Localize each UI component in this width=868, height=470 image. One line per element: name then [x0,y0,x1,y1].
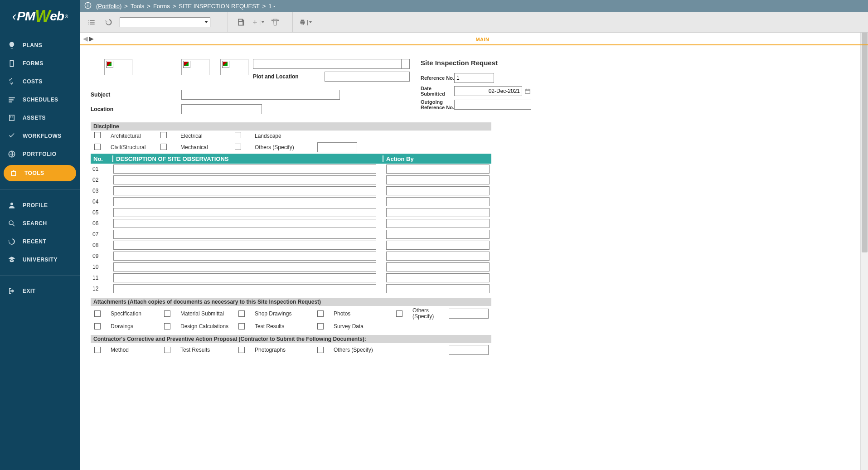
obs-row: 12 [91,283,491,294]
project-dropdown[interactable] [253,59,410,69]
svg-point-4 [87,3,88,4]
obs-desc-input[interactable] [113,273,376,282]
obs-action-input[interactable] [386,175,490,184]
chk-drawings[interactable] [94,323,101,329]
tab-prev[interactable]: ◀ [83,35,88,42]
nav-profile[interactable]: PROFILE [0,196,80,214]
chk-architectural[interactable] [94,132,101,138]
obs-row: 01 [91,164,491,174]
calendar-icon[interactable] [524,87,531,95]
nav-university[interactable]: UNIVERSITY [0,251,80,269]
record-selector[interactable] [120,17,210,27]
delete-button[interactable] [269,16,281,29]
breadcrumb-sep: > [147,3,150,10]
obs-action-input[interactable] [386,252,490,261]
obs-desc-input[interactable] [113,252,376,261]
obs-desc-input[interactable] [113,219,376,228]
obs-action-input[interactable] [386,241,490,250]
obs-action-input[interactable] [386,186,490,195]
att-others-input[interactable] [449,309,489,319]
breadcrumb-part[interactable]: Forms [153,3,170,10]
image-placeholder [181,59,209,75]
nav-workflows[interactable]: WORKFLOWS [0,127,80,145]
obs-action-input[interactable] [386,219,490,228]
breadcrumb-part[interactable]: SITE INSPECTION REQUEST [179,3,259,10]
tab-next[interactable]: ▶ [89,35,94,42]
page-scrollbar[interactable] [860,0,868,470]
nav-label: SCHEDULES [23,97,58,103]
obs-action-input[interactable] [386,197,490,206]
chk-photos[interactable] [317,310,324,317]
nav-exit-item[interactable]: EXIT [0,282,80,300]
chk-shop[interactable] [238,310,245,317]
obs-desc-input[interactable] [113,284,376,293]
nav-tools[interactable]: TOOLS [4,165,76,181]
list-button[interactable] [85,16,98,29]
chk-electrical[interactable] [160,132,167,138]
chk-corr-test[interactable] [164,347,170,353]
breadcrumb-part[interactable]: Tools [131,3,144,10]
nav-portfolio[interactable]: PORTFOLIO [0,145,80,163]
outref-input[interactable] [454,100,531,110]
tab-main[interactable]: MAIN [97,35,868,42]
corr-others-input[interactable] [449,345,489,355]
subject-input[interactable] [181,90,340,100]
obs-desc-input[interactable] [113,208,376,217]
obs-desc-input[interactable] [113,230,376,239]
print-button[interactable]: | [299,16,312,29]
obs-desc-input[interactable] [113,165,376,174]
nav-recent[interactable]: RECENT [0,233,80,251]
nav-label: RECENT [23,238,46,245]
obs-action-input[interactable] [386,262,490,271]
obs-row: 05 [91,207,491,218]
history-button[interactable] [102,16,115,29]
breadcrumb-root[interactable]: (Portfolio) [96,3,121,10]
chk-landscape[interactable] [235,132,241,138]
nav-costs[interactable]: COSTS [0,73,80,91]
save-button[interactable] [234,16,247,29]
obs-desc-input[interactable] [113,186,376,195]
chk-design[interactable] [164,323,170,329]
svg-point-2 [9,221,13,225]
nav-forms[interactable]: FORMS [0,54,80,73]
others-input[interactable] [317,142,357,152]
chk-spec[interactable] [94,310,101,317]
chk-att-others[interactable] [396,310,402,317]
nav-search[interactable]: SEARCH [0,214,80,233]
location-input[interactable] [181,104,262,114]
nav-plans[interactable]: PLANS [0,36,80,54]
nav-assets[interactable]: ASSETS [0,109,80,127]
nav-exit: EXIT [0,278,80,304]
obs-desc-input[interactable] [113,197,376,206]
ref-input[interactable] [454,73,494,83]
subject-label: Subject [91,92,181,98]
obs-desc-input[interactable] [113,262,376,271]
chk-test[interactable] [238,323,245,329]
discipline-header: Discipline [91,122,491,131]
chk-corr-others[interactable] [317,347,324,353]
nav-schedules[interactable]: SCHEDULES [0,91,80,109]
chk-material[interactable] [164,310,170,317]
obs-row: 09 [91,251,491,262]
obs-action-input[interactable] [386,208,490,217]
obs-action-input[interactable] [386,273,490,282]
chk-others[interactable] [235,144,241,150]
obs-action-input[interactable] [386,165,490,174]
chk-method[interactable] [94,347,101,353]
chk-corr-photos[interactable] [238,347,245,353]
add-button[interactable]: | [252,16,264,29]
chk-civil[interactable] [94,144,101,150]
obs-action-input[interactable] [386,284,490,293]
obs-action-input[interactable] [386,230,490,239]
image-placeholder [104,59,132,75]
plot-input[interactable] [325,72,410,82]
lightbulb-icon [6,41,17,50]
chk-survey[interactable] [317,323,324,329]
date-input[interactable] [454,86,522,96]
tab-nav-arrows: ◀ ▶ [80,35,97,42]
obs-desc-input[interactable] [113,175,376,184]
info-icon[interactable] [84,2,92,10]
obs-desc-input[interactable] [113,241,376,250]
nav-label: FORMS [23,60,44,67]
chk-mechanical[interactable] [160,144,167,150]
